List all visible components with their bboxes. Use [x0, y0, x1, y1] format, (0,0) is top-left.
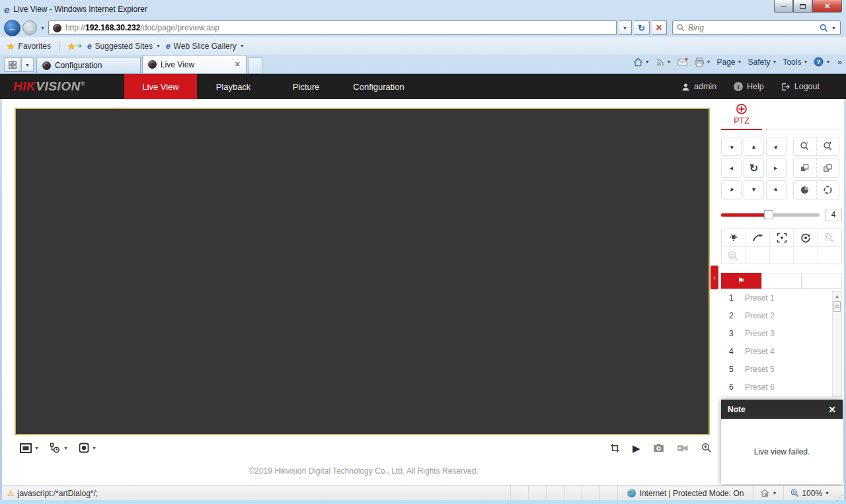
digital-zoom-button[interactable] — [701, 443, 712, 453]
search-go-icon[interactable] — [820, 24, 828, 32]
focus-near-button[interactable] — [794, 159, 816, 177]
print-button[interactable]: ▼ — [694, 57, 711, 67]
preset-row[interactable]: 5 Preset 5 — [721, 360, 842, 378]
preset-tab[interactable]: ⚑ — [721, 273, 761, 289]
manual-tracking-button[interactable] — [818, 229, 841, 246]
preset-row[interactable]: 1 Preset 1 — [721, 289, 842, 306]
stop-button[interactable]: ✕ — [652, 20, 667, 35]
ptz-right-button[interactable]: ▲ — [766, 159, 787, 178]
auxiliary-focus-button[interactable] — [769, 229, 793, 246]
preset-row[interactable]: 6 Preset 6 — [721, 378, 842, 396]
speed-slider[interactable] — [721, 213, 820, 217]
zoom-out-button[interactable] — [794, 137, 816, 155]
search-dropdown-icon[interactable]: ▼ — [831, 26, 836, 30]
add-to-favorites-button[interactable]: ★ ➜ — [67, 41, 82, 52]
quick-tabs-button[interactable] — [4, 57, 21, 72]
new-tab-stub[interactable] — [248, 57, 262, 73]
window-division-button[interactable]: ▼ — [20, 443, 39, 453]
preset-row[interactable]: 3 Preset 3 — [721, 324, 842, 342]
ptz-up-button[interactable]: ▲ — [744, 137, 764, 156]
live-video-canvas[interactable] — [15, 108, 710, 435]
nav-picture[interactable]: Picture — [270, 74, 342, 99]
preset-row[interactable]: 2 Preset 2 — [721, 306, 842, 324]
tools-menu-button[interactable]: Tools ▼ — [783, 57, 808, 67]
recent-pages-dropdown[interactable]: ▼ — [39, 26, 46, 30]
protected-mode-settings-button[interactable]: ▼ — [753, 486, 783, 500]
status-cell — [582, 486, 599, 500]
panel-collapse-handle[interactable]: › — [711, 266, 718, 289]
help-menu-button[interactable]: ? ▼ — [814, 57, 830, 67]
refresh-button[interactable]: ↻ — [634, 20, 650, 35]
preset-row[interactable]: 4 Preset 4 — [721, 342, 842, 360]
focus-far-button[interactable] — [816, 159, 839, 177]
wiper-icon — [752, 233, 763, 242]
web-slice-gallery-button[interactable]: e Web Slice Gallery ▼ — [166, 42, 245, 51]
dropdown-icon: ▼ — [34, 446, 39, 450]
zoom-level-button[interactable]: 100% ▼ — [783, 486, 836, 500]
close-button[interactable]: ✕ — [812, 0, 842, 13]
nav-configuration[interactable]: Configuration — [342, 74, 415, 99]
logout-link[interactable]: Logout — [781, 82, 820, 91]
security-zone-indicator: Internet | Protected Mode: On — [617, 486, 753, 500]
zoom-in-button[interactable] — [816, 137, 839, 155]
crop-button[interactable] — [610, 443, 620, 453]
minimize-button[interactable]: — — [774, 0, 793, 13]
info-icon: i — [734, 82, 743, 91]
lens-init-button[interactable] — [793, 229, 817, 246]
search-input[interactable] — [688, 23, 816, 32]
note-dialog-header[interactable]: Note ✕ — [721, 400, 843, 419]
nav-playback[interactable]: Playback — [197, 74, 270, 99]
suggested-sites-button[interactable]: e Suggested Sites ▼ — [87, 42, 161, 51]
ptz-up-left-button[interactable]: ▲ — [721, 137, 742, 156]
tab-list-dropdown-button[interactable]: ▼ — [21, 57, 34, 72]
record-button[interactable] — [677, 444, 689, 452]
forward-button[interactable]: → — [22, 20, 37, 35]
stream-type-button[interactable]: ▼ — [50, 443, 68, 453]
ptz-up-right-button[interactable]: ▲ — [766, 137, 787, 156]
ptz-down-left-button[interactable]: ▲ — [721, 180, 742, 199]
patrol-tab[interactable] — [761, 273, 802, 289]
note-close-icon[interactable]: ✕ — [828, 404, 836, 415]
ptz-down-button[interactable]: ▲ — [744, 180, 764, 199]
pattern-tab[interactable] — [802, 273, 842, 289]
start-live-view-button[interactable]: ▶ — [633, 443, 640, 453]
ptz-down-right-button[interactable]: ▲ — [766, 180, 787, 199]
help-link[interactable]: i Help — [734, 82, 764, 91]
back-button[interactable]: ← — [4, 20, 20, 36]
capture-button[interactable] — [653, 443, 664, 452]
url-dropdown-button[interactable]: ▼ — [619, 20, 632, 35]
tab-close-icon[interactable]: ✕ — [235, 60, 241, 69]
page-menu-button[interactable]: Page ▼ — [716, 57, 742, 67]
ptz-left-button[interactable]: ▲ — [721, 159, 742, 178]
toolbar-overflow-icon[interactable]: » — [837, 57, 842, 67]
ptz-auto-scan-button[interactable]: ↻ — [744, 159, 764, 178]
feeds-button[interactable]: ▼ — [656, 57, 672, 67]
maximize-button[interactable] — [793, 0, 812, 13]
iris-close-button[interactable] — [794, 181, 816, 199]
home-button[interactable]: ▼ — [633, 57, 650, 67]
plugin-select-button[interactable]: ▼ — [79, 443, 96, 453]
url-field[interactable]: http://192.168.30.232/doc/page/preview.a… — [48, 20, 617, 35]
nav-live-view[interactable]: Live View — [124, 74, 197, 99]
preset-label: Preset 5 — [745, 365, 775, 374]
iris-open-button[interactable] — [816, 181, 839, 199]
light-button[interactable] — [722, 229, 745, 246]
tab-live-view[interactable]: Live View ✕ — [142, 55, 247, 73]
zoom-3d-button[interactable]: 3D — [722, 247, 745, 264]
copyright-footer: ©2019 Hikvision Digital Technology Co., … — [15, 466, 712, 476]
status-cell — [528, 486, 546, 500]
ptz-active-underline — [721, 129, 762, 130]
read-mail-button[interactable] — [677, 57, 688, 66]
preset-scrollbar[interactable]: ▲ — [832, 291, 842, 397]
ptz-tab[interactable]: PTZ — [721, 103, 762, 126]
url-host: 192.168.30.232 — [85, 23, 140, 32]
wiper-button[interactable] — [745, 229, 769, 246]
favorites-button[interactable]: ★ Favorites — [7, 41, 51, 52]
resize-grip[interactable] — [836, 486, 844, 500]
scroll-up-icon[interactable]: ▲ — [833, 292, 841, 299]
tab-configuration[interactable]: Configuration — [36, 57, 141, 73]
dropdown-icon: ▼ — [707, 59, 711, 64]
safety-menu-button[interactable]: Safety ▼ — [748, 57, 777, 67]
scrollbar-thumb[interactable] — [833, 301, 841, 312]
slider-thumb[interactable] — [764, 210, 773, 219]
